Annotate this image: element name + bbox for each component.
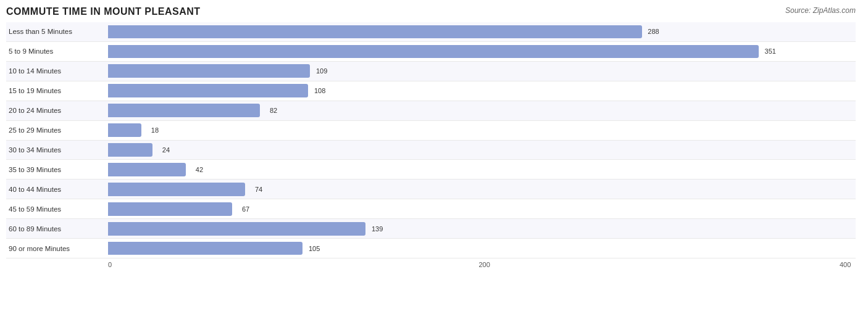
bar-value-label: 24 [162,146,170,154]
bar-row: 60 to 89 Minutes139 [6,219,856,239]
bar-label: 20 to 24 Minutes [6,107,108,114]
bar-label: 25 to 29 Minutes [6,126,108,134]
chart-area: Less than 5 Minutes2885 to 9 Minutes3511… [6,22,856,273]
bar-value-label: 74 [255,186,262,193]
bar-label: 60 to 89 Minutes [6,225,108,233]
bar-label: 5 to 9 Minutes [6,47,108,55]
bar-row: 25 to 29 Minutes18 [6,121,856,141]
bar-row: 20 to 24 Minutes82 [6,101,856,121]
bar-value-label: 109 [316,67,327,75]
chart-header: COMMUTE TIME IN MOUNT PLEASANT Source: Z… [6,6,856,17]
bar-value-label: 42 [196,166,203,173]
bar-label: 40 to 44 Minutes [6,186,108,193]
bar-track: 108 [108,81,856,101]
bar-label: 15 to 19 Minutes [6,87,108,94]
bar-value-label: 18 [151,126,159,134]
bar-label: 10 to 14 Minutes [6,67,108,75]
bar-row: 10 to 14 Minutes109 [6,62,856,81]
bar-row: Less than 5 Minutes288 [6,22,856,42]
bar-fill: 82 [108,104,260,117]
bar-fill: 42 [108,163,186,176]
bar-row: 5 to 9 Minutes351 [6,42,856,62]
bar-label: 35 to 39 Minutes [6,166,108,173]
chart-container: COMMUTE TIME IN MOUNT PLEASANT Source: Z… [0,0,868,322]
bar-row: 35 to 39 Minutes42 [6,160,856,180]
bar-track: 67 [108,199,856,218]
bar-fill: 351 [108,45,759,59]
bar-value-label: 351 [765,47,776,55]
chart-title: COMMUTE TIME IN MOUNT PLEASANT [6,6,201,17]
bar-track: 18 [108,121,856,140]
bar-track: 351 [108,42,856,61]
x-axis-label: 0 [108,261,112,268]
bar-fill: 18 [108,123,141,137]
bar-track: 82 [108,101,856,120]
bar-value-label: 139 [372,225,383,233]
bar-row: 15 to 19 Minutes108 [6,81,856,101]
x-axis-label: 200 [479,261,490,268]
bar-track: 105 [108,239,856,258]
bar-fill: 288 [108,25,642,39]
bar-fill: 105 [108,242,303,255]
bar-row: 90 or more Minutes105 [6,239,856,258]
bar-row: 30 to 34 Minutes24 [6,141,856,160]
bar-track: 74 [108,180,856,199]
bar-value-label: 288 [648,28,659,35]
bar-fill: 74 [108,183,245,196]
bar-label: Less than 5 Minutes [6,28,108,35]
bar-track: 109 [108,62,856,81]
bar-fill: 109 [108,64,310,78]
bar-row: 45 to 59 Minutes67 [6,199,856,219]
bar-value-label: 82 [270,107,277,114]
bar-fill: 24 [108,143,152,157]
bar-value-label: 105 [309,245,320,252]
bar-track: 42 [108,160,856,179]
bar-label: 45 to 59 Minutes [6,205,108,213]
bar-label: 90 or more Minutes [6,245,108,252]
chart-source: Source: ZipAtlas.com [785,6,856,15]
bar-track: 288 [108,22,856,41]
bar-label: 30 to 34 Minutes [6,146,108,154]
bar-value-label: 108 [314,87,325,94]
bars-section: Less than 5 Minutes2885 to 9 Minutes3511… [6,22,856,258]
bar-fill: 108 [108,84,308,97]
bar-fill: 139 [108,222,365,236]
x-axis: 0200400 [108,261,856,273]
bar-track: 24 [108,141,856,160]
bar-track: 139 [108,219,856,238]
bar-row: 40 to 44 Minutes74 [6,180,856,199]
x-axis-label: 400 [840,261,851,268]
bar-fill: 67 [108,202,232,216]
bar-value-label: 67 [242,205,249,213]
